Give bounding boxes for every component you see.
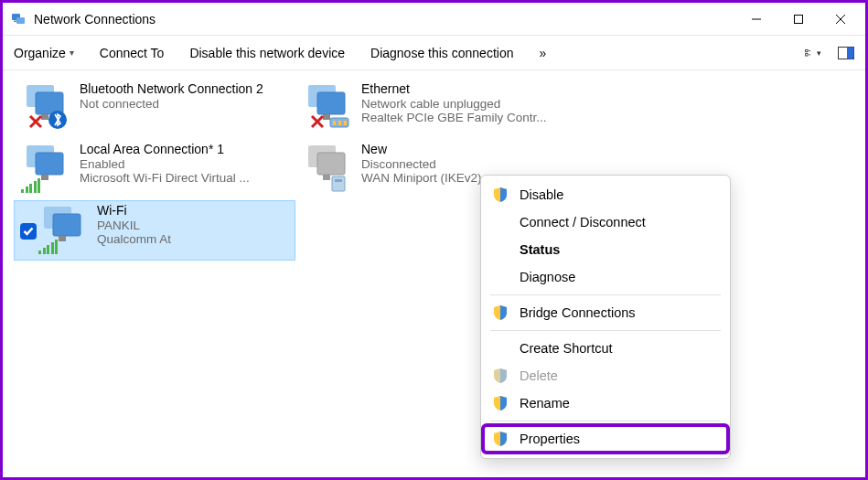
- ctx-disable[interactable]: Disable: [483, 181, 728, 208]
- adapter-bluetooth[interactable]: Bluetooth Network Connection 2 Not conne…: [14, 80, 295, 140]
- svg-rect-32: [317, 153, 345, 175]
- ctx-bridge[interactable]: Bridge Connections: [483, 299, 728, 326]
- connect-to-button[interactable]: Connect To: [100, 46, 165, 60]
- adapter-list: Bluetooth Network Connection 2 Not conne…: [3, 70, 865, 477]
- network-connections-window: Network Connections Organize ▾ Connect T…: [0, 0, 868, 480]
- signal-icon: [21, 178, 40, 193]
- svg-rect-24: [338, 121, 341, 125]
- ctx-connect-disconnect[interactable]: Connect / Disconnect: [483, 208, 728, 236]
- adapter-icon: [21, 142, 74, 195]
- adapter-device: Qualcomm At: [97, 232, 291, 246]
- diagnose-button[interactable]: Diagnose this connection: [370, 46, 513, 60]
- adapter-status: Disconnected: [361, 157, 573, 171]
- separator: [490, 294, 721, 295]
- context-menu: Disable Connect / Disconnect Status Diag…: [480, 175, 731, 459]
- organize-menu[interactable]: Organize ▾: [14, 46, 74, 60]
- svg-rect-7: [806, 49, 808, 51]
- svg-rect-12: [847, 47, 854, 59]
- shield-icon: [492, 368, 509, 384]
- disable-device-button[interactable]: Disable this network device: [189, 46, 345, 60]
- adapter-status: Not connected: [80, 97, 292, 111]
- shield-icon: [492, 187, 509, 203]
- toolbar-overflow[interactable]: »: [539, 46, 546, 60]
- adapter-icon: [21, 81, 74, 134]
- svg-rect-23: [333, 121, 336, 125]
- adapter-status: Network cable unplugged: [361, 97, 573, 111]
- ctx-delete: Delete: [483, 362, 728, 389]
- shield-icon: [492, 304, 509, 321]
- adapter-local-area[interactable]: Local Area Connection* 1 Enabled Microso…: [14, 140, 295, 200]
- adapter-icon: [38, 203, 91, 256]
- adapter-name: Bluetooth Network Connection 2: [80, 81, 292, 97]
- svg-rect-9: [806, 53, 808, 55]
- adapter-icon: [303, 142, 356, 195]
- shield-icon: [492, 395, 509, 411]
- svg-rect-38: [59, 236, 66, 241]
- svg-rect-4: [795, 15, 803, 23]
- adapter-status: PANKIL: [97, 219, 291, 232]
- adapter-ethernet[interactable]: Ethernet Network cable unplugged Realtek…: [295, 80, 577, 140]
- adapter-icon: [303, 81, 356, 134]
- titlebar: Network Connections: [3, 3, 865, 36]
- separator: [490, 421, 721, 421]
- maximize-button[interactable]: [777, 5, 820, 34]
- svg-rect-29: [36, 153, 63, 175]
- window-controls: [735, 5, 862, 34]
- chevron-down-icon: ▾: [817, 48, 821, 58]
- adapter-name: New: [361, 142, 573, 157]
- ctx-rename[interactable]: Rename: [483, 389, 728, 417]
- network-connections-icon: [10, 11, 27, 27]
- adapter-device: Microsoft Wi-Fi Direct Virtual ...: [80, 171, 292, 185]
- selection-checkmark-icon: [20, 223, 37, 240]
- svg-rect-34: [332, 176, 345, 191]
- svg-rect-37: [53, 214, 80, 236]
- minimize-button[interactable]: [735, 5, 777, 34]
- ctx-properties[interactable]: Properties: [483, 425, 728, 453]
- ctx-status[interactable]: Status: [483, 236, 728, 263]
- svg-rect-2: [14, 20, 16, 22]
- svg-rect-25: [344, 121, 347, 125]
- toolbar: Organize ▾ Connect To Disable this netwo…: [3, 36, 865, 70]
- signal-icon: [38, 240, 58, 254]
- view-options-button[interactable]: ▾: [805, 45, 821, 61]
- svg-rect-30: [41, 175, 48, 180]
- adapter-name: Local Area Connection* 1: [80, 142, 292, 157]
- svg-rect-21: [323, 114, 330, 120]
- ctx-diagnose[interactable]: Diagnose: [483, 263, 728, 291]
- svg-rect-35: [335, 179, 342, 182]
- adapter-wifi[interactable]: Wi-Fi PANKIL Qualcomm At: [14, 200, 295, 261]
- svg-rect-15: [41, 114, 48, 120]
- separator: [490, 330, 721, 331]
- adapter-device: Realtek PCIe GBE Family Contr...: [361, 111, 573, 124]
- preview-pane-button[interactable]: [838, 45, 854, 61]
- svg-rect-20: [317, 92, 345, 114]
- close-button[interactable]: [820, 5, 862, 34]
- adapter-status: Enabled: [80, 157, 292, 171]
- ctx-create-shortcut[interactable]: Create Shortcut: [483, 335, 728, 362]
- chevron-down-icon: ▾: [70, 48, 74, 58]
- shield-icon: [492, 431, 509, 447]
- adapter-name: Wi-Fi: [97, 203, 291, 219]
- window-title: Network Connections: [34, 12, 735, 27]
- svg-rect-1: [16, 17, 25, 24]
- adapter-name: Ethernet: [361, 81, 573, 97]
- organize-label: Organize: [14, 46, 66, 60]
- svg-rect-33: [323, 175, 330, 180]
